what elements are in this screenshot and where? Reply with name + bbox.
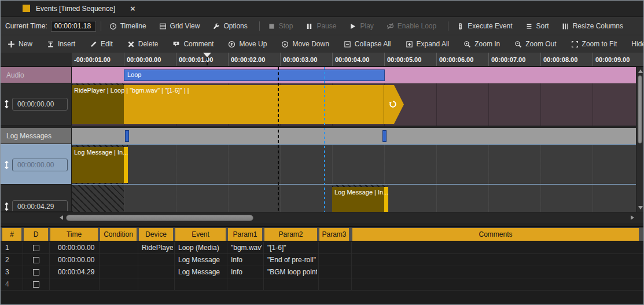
toolbar-button-options[interactable]: Options xyxy=(210,22,249,30)
toolbar-separator xyxy=(259,21,260,31)
column-header-comments[interactable]: Comments xyxy=(352,228,639,241)
wrench-icon xyxy=(212,23,220,30)
ruler-tick-labels: -00:00:01.0000:00:00.0000:00:01.0000:00:… xyxy=(72,53,643,66)
cell-checkbox xyxy=(24,278,48,290)
cell-comments xyxy=(352,278,639,290)
cell-condition xyxy=(100,242,137,253)
toolbar-button-sort[interactable]: Sort xyxy=(523,22,551,30)
toolbar-button-resize-columns[interactable]: Resize Columns xyxy=(560,22,625,30)
log-event-1-lane[interactable]: Log Message | In... xyxy=(72,144,636,185)
toolbar-button-new[interactable]: New xyxy=(5,40,35,48)
column-header-device[interactable]: Device xyxy=(139,228,173,241)
toolbar-button-delete[interactable]: Delete xyxy=(125,40,161,48)
playhead-line[interactable] xyxy=(278,67,279,212)
column-header-condition[interactable]: Condition xyxy=(100,228,137,241)
toolbar-separator xyxy=(101,21,101,31)
column-header-param1[interactable]: Param1 xyxy=(228,228,262,241)
log-messages-group-lane[interactable] xyxy=(72,128,636,144)
playhead-line-ruler xyxy=(207,57,208,66)
row-drag-handle-icon[interactable] xyxy=(3,100,10,109)
disable-checkbox[interactable] xyxy=(33,281,39,288)
column-header-param2[interactable]: Param2 xyxy=(264,228,317,241)
vertical-scrollbar[interactable] xyxy=(636,67,643,212)
ride-event-time-field[interactable]: 00:00:00.00 xyxy=(12,98,68,111)
toolbar-button-hide-preroll[interactable]: Hide Preroll xyxy=(629,40,644,48)
toolbar-button-zoom-to-fit[interactable]: Zoom to Fit xyxy=(569,40,620,48)
track-header-ride-event[interactable]: 00:00:00.00 xyxy=(1,83,72,126)
current-time-input[interactable] xyxy=(51,21,96,32)
toolbar-button-grid-view[interactable]: Grid View xyxy=(157,22,203,30)
ride-event-lane[interactable]: RidePlayer | Loop | "bgm.wav" | "[1-6]" … xyxy=(72,83,636,126)
toolbar-button-timeline[interactable]: Timeline xyxy=(107,22,149,30)
scroll-left-icon[interactable] xyxy=(60,215,63,220)
scroll-down-icon[interactable] xyxy=(638,206,643,210)
log-event-2-time-field[interactable]: 00:00:04.29 xyxy=(12,200,68,212)
log-event-1-time: 00:00:00.00 xyxy=(17,161,54,169)
table-row-2[interactable]: 200:00:00.00Log MessageInfo"End of pre-r… xyxy=(1,254,643,266)
log-event-1-time-field[interactable]: 00:00:00.00 xyxy=(12,159,68,171)
log-event-marker[interactable] xyxy=(382,130,387,142)
toolbar-button-execute-event[interactable]: Execute Event xyxy=(454,22,514,30)
cell-condition xyxy=(100,278,137,290)
tab-events-timed-sequence[interactable]: Events [Timed Sequence] × xyxy=(1,1,143,16)
toolbar-button-label: Execute Event xyxy=(468,22,512,30)
track-header-log-event-2[interactable]: 00:00:04.29 xyxy=(1,185,72,212)
loop-region-bar[interactable]: Loop xyxy=(124,69,385,81)
toolbar-button-enable-loop[interactable]: Enable Loop xyxy=(384,22,439,30)
toolbar-button-label: Edit xyxy=(101,40,113,48)
toolbar-button-move-down[interactable]: Move Down xyxy=(279,40,331,48)
toolbar-button-insert[interactable]: Insert xyxy=(45,40,78,48)
toolbar-button-edit[interactable]: Edit xyxy=(87,40,115,48)
audio-group-lane[interactable]: Loop xyxy=(72,67,636,83)
table-row-3[interactable]: 300:00:04.29Log MessageInfo"BGM loop poi… xyxy=(1,266,643,278)
column-header-d[interactable]: D xyxy=(24,228,48,241)
toolbar-button-expand-all[interactable]: Expand All xyxy=(403,40,452,48)
playhead-marker-icon[interactable] xyxy=(203,53,211,57)
clock-icon xyxy=(109,23,117,30)
disable-checkbox[interactable] xyxy=(33,257,39,263)
sort-icon xyxy=(525,23,533,30)
ride-event-time: 00:00:00.00 xyxy=(17,100,54,108)
stop-icon xyxy=(268,23,275,30)
toolbar-button-zoom-out[interactable]: Zoom Out xyxy=(512,40,558,48)
sequence-color-swatch-icon xyxy=(23,5,30,12)
toolbar-button-move-up[interactable]: Move Up xyxy=(226,40,269,48)
horizontal-scrollbar[interactable] xyxy=(1,212,643,223)
disable-checkbox[interactable] xyxy=(33,269,39,275)
track-lanes: Loop RidePlayer | Loop | "bgm.wav" | "[1… xyxy=(72,67,636,212)
vertical-scrollbar-thumb[interactable] xyxy=(638,75,642,144)
cell-param1: Info xyxy=(228,254,262,266)
column-header-event[interactable]: Event xyxy=(175,228,226,241)
scroll-right-icon[interactable] xyxy=(631,215,634,220)
toolbar-button-stop[interactable]: Stop xyxy=(266,22,296,30)
toolbar-button-play[interactable]: Play xyxy=(347,22,376,30)
ruler-tick-label: 00:00:04.00 xyxy=(332,53,384,66)
table-row-1[interactable]: 100:00:00.00RidePlayerLoop (Media)"bgm.w… xyxy=(1,242,643,254)
table-row-4[interactable]: 4 xyxy=(1,278,643,291)
row-drag-handle-icon[interactable] xyxy=(3,202,10,211)
row-drag-handle-icon[interactable] xyxy=(3,160,10,170)
tab-close-icon[interactable]: × xyxy=(130,4,135,13)
time-ruler[interactable]: -00:00:01.0000:00:00.0000:00:01.0000:00:… xyxy=(1,53,643,67)
log-event-marker[interactable] xyxy=(125,130,129,142)
cell-device xyxy=(139,266,173,278)
log-event-2-lane[interactable]: Log Message | In... xyxy=(72,185,636,212)
toolbar-button-zoom-in[interactable]: Zoom In xyxy=(461,40,502,48)
toolbar-button-comment[interactable]: Comment xyxy=(170,40,216,48)
toolbar-button-collapse-all[interactable]: Collapse All xyxy=(341,40,393,48)
column-header-time[interactable]: Time xyxy=(50,228,98,241)
toolbar-button-pause[interactable]: Pause xyxy=(303,22,338,30)
column-header--[interactable]: # xyxy=(2,228,21,241)
scroll-up-icon[interactable] xyxy=(638,69,643,73)
cell-param3 xyxy=(319,242,349,253)
disable-checkbox[interactable] xyxy=(33,245,39,251)
column-header-param3[interactable]: Param3 xyxy=(319,228,349,241)
horizontal-scrollbar-thumb[interactable] xyxy=(66,215,253,221)
track-header-log-messages-group[interactable]: Log Messages xyxy=(1,128,72,144)
track-header-audio-group[interactable]: Audio xyxy=(1,67,72,83)
track-header-log-event-1[interactable]: 00:00:00.00 xyxy=(1,144,72,185)
cell-device: RidePlayer xyxy=(139,242,173,253)
cell-param3 xyxy=(319,278,349,290)
toolbar-button-label: Pause xyxy=(317,22,336,30)
ruler-tick-label: 00:00:05.00 xyxy=(384,53,436,66)
